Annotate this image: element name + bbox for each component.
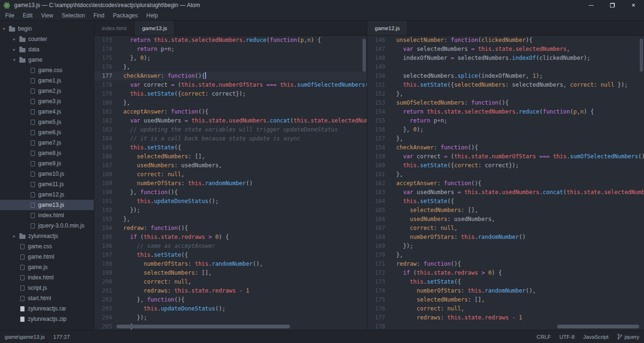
tree-file-jquery-3-0-0-min-js[interactable]: jquery-3.0.0.min.js — [0, 220, 94, 231]
menu-help[interactable]: Help — [142, 10, 162, 21]
code-line-196[interactable]: 196 // same as acceptAnswer — [94, 242, 367, 251]
menu-selection[interactable]: Selection — [58, 10, 89, 21]
code-line-158[interactable]: 158 checkAnswer: function(){ — [367, 143, 644, 152]
code-line-195[interactable]: 195 if (this.state.redraws > 0) { — [94, 233, 367, 242]
h-scrollbar-left[interactable] — [116, 325, 365, 329]
code-line-172[interactable]: 172 if (this.state.redraws > 0) { — [367, 269, 644, 278]
tree-file-game2-js[interactable]: game2.js — [0, 86, 94, 96]
code-line-188[interactable]: 188 correct: null, — [94, 170, 367, 179]
code-line-186[interactable]: 186 selectedNumbers: [], — [94, 152, 367, 161]
code-line-160[interactable]: 160 this.setState({correct: correct}); — [367, 161, 644, 170]
restore-button[interactable] — [602, 0, 623, 10]
code-line-169[interactable]: 169 }); — [367, 242, 644, 251]
code-line-164[interactable]: 164 this.setState({ — [367, 197, 644, 206]
menu-view[interactable]: View — [37, 10, 58, 21]
tree-file-script-js[interactable]: script.js — [0, 283, 94, 293]
tree-file-game5-js[interactable]: game5.js — [0, 117, 94, 127]
v-scroll-thumb-right[interactable] — [640, 39, 643, 72]
code-line-203[interactable]: 203 this.updateDoneStatus(); — [94, 304, 367, 313]
tree-file-game12-js[interactable]: game12.js — [0, 189, 94, 200]
tree-root-begin[interactable]: ▾begin — [0, 24, 94, 34]
code-line-166[interactable]: 166 usedNumbers: usedNumbers, — [367, 215, 644, 224]
code-line-175[interactable]: 175 }, 0); — [94, 54, 367, 63]
code-line-163[interactable]: 163 var usedNumbers = this.state.usedNum… — [367, 188, 644, 197]
close-button[interactable]: × — [623, 0, 644, 10]
code-line-190[interactable]: 190 }, function(){ — [94, 188, 367, 197]
tree-file-game6-js[interactable]: game6.js — [0, 127, 94, 138]
code-line-151[interactable]: 151 this.setState({selectedNumbers: sele… — [367, 81, 644, 90]
tree-file-game-js[interactable]: game.js — [0, 262, 94, 272]
tree-file-game-css[interactable]: game.css — [0, 241, 94, 252]
code-line-154[interactable]: 154 return this.state.selectedNumbers.re… — [367, 107, 644, 116]
code-line-149[interactable]: 149 — [367, 63, 644, 72]
code-line-159[interactable]: 159 var correct = (this.state.numberOfSt… — [367, 152, 644, 161]
tree-file-game4-js[interactable]: game4.js — [0, 106, 94, 117]
tree-file-game8-js[interactable]: game8.js — [0, 148, 94, 158]
code-line-156[interactable]: 156 }, 0); — [367, 125, 644, 134]
code-line-168[interactable]: 168 numberOfStars: this.randomNumber() — [367, 233, 644, 242]
code-line-176[interactable]: 176 correct: null, — [367, 304, 644, 313]
tree-file-game7-js[interactable]: game7.js — [0, 138, 94, 148]
code-line-193[interactable]: 193 }, — [94, 215, 367, 224]
code-line-184[interactable]: 184 // it is a call back because state u… — [94, 134, 367, 143]
code-line-162[interactable]: 162 acceptAnswer: function(){ — [367, 179, 644, 188]
tree-file-game-css[interactable]: game.css — [0, 65, 94, 75]
code-line-175[interactable]: 175 selectedNumbers: [], — [367, 295, 644, 304]
tab-index-html[interactable]: index.html — [94, 21, 134, 35]
code-line-183[interactable]: 183 // updating the state variables will… — [94, 125, 367, 134]
code-line-194[interactable]: 194 redraw: function(){ — [94, 224, 367, 233]
code-line-199[interactable]: 199 selectedNumbers: [], — [94, 269, 367, 278]
code-line-146[interactable]: 146 unselectNumber: function(clickedNumb… — [367, 36, 644, 45]
tree-folder-game[interactable]: ▾game — [0, 55, 94, 65]
menu-file[interactable]: File — [1, 10, 18, 21]
menu-edit[interactable]: Edit — [18, 10, 37, 21]
tree-file-index-html[interactable]: index.html — [0, 272, 94, 283]
code-line-152[interactable]: 152 }, — [367, 90, 644, 98]
tree-file-game10-js[interactable]: game10.js — [0, 169, 94, 179]
code-line-179[interactable]: 179 this.setState({correct: correct}); — [94, 90, 367, 98]
code-line-173[interactable]: 173 this.setState({ — [367, 278, 644, 286]
code-line-177[interactable]: 177 redraws: this.state.redraws - 1 — [367, 313, 644, 322]
editor-right[interactable]: 146 unselectNumber: function(clickedNumb… — [367, 36, 644, 330]
status-encoding[interactable]: UTF-8 — [559, 334, 575, 340]
tab-game12-js[interactable]: game12.js — [367, 21, 408, 35]
code-line-147[interactable]: 147 var selectedNumbers = this.state.sel… — [367, 45, 644, 54]
tree-file-start-html[interactable]: start.html — [0, 293, 94, 303]
code-line-165[interactable]: 165 selectedNumbers: [], — [367, 206, 644, 215]
code-line-155[interactable]: 155 return p+n; — [367, 116, 644, 125]
code-line-187[interactable]: 187 usedNumbers: usedNumbers, — [94, 161, 367, 170]
tree-file-game13-js[interactable]: game13.js — [0, 200, 94, 210]
h-scrollbar-right[interactable] — [389, 325, 642, 329]
code-line-174[interactable]: 174 numberOfStars: this.randomNumber(), — [367, 286, 644, 295]
menu-find[interactable]: Find — [89, 10, 108, 21]
code-line-170[interactable]: 170 }, — [367, 251, 644, 260]
tree-folder-zylunreactjs[interactable]: ▸zylunreactjs — [0, 231, 94, 241]
status-git-branch[interactable]: jquery — [617, 334, 639, 340]
code-line-182[interactable]: 182 var usedNumbers = this.state.usedNum… — [94, 116, 367, 125]
code-line-167[interactable]: 167 correct: null, — [367, 224, 644, 233]
code-line-189[interactable]: 189 numberOfStars: this.randomNumber() — [94, 179, 367, 188]
tree-file-game3-js[interactable]: game3.js — [0, 96, 94, 106]
v-scroll-thumb-left[interactable] — [363, 39, 366, 72]
tree-file-game9-js[interactable]: game9.js — [0, 158, 94, 169]
code-line-157[interactable]: 157 }, — [367, 134, 644, 143]
editor-left[interactable]: 173 return this.state.selectedNumbers.re… — [94, 36, 367, 330]
tree-file-game11-js[interactable]: game11.js — [0, 179, 94, 189]
code-line-201[interactable]: 201 redraws: this.state.redraws - 1 — [94, 286, 367, 295]
code-line-192[interactable]: 192 }); — [94, 206, 367, 215]
minimize-button[interactable] — [580, 0, 602, 10]
status-line-ending[interactable]: CRLF — [537, 334, 551, 340]
tree-folder-data[interactable]: ▸data — [0, 44, 94, 55]
code-line-171[interactable]: 171 redraw: function(){ — [367, 260, 644, 269]
code-line-204[interactable]: 204 }); — [94, 313, 367, 322]
code-line-176[interactable]: 176 }, — [94, 63, 367, 72]
status-cursor-position[interactable]: 177:27 — [53, 334, 70, 340]
code-line-153[interactable]: 153 sumOfSelectedNumbers: function(){ — [367, 98, 644, 107]
code-line-174[interactable]: 174 return p+n; — [94, 45, 367, 54]
code-line-161[interactable]: 161 }, — [367, 170, 644, 179]
tree-file-zylunreactjs-rar[interactable]: zylunreactjs.rar — [0, 303, 94, 314]
code-line-200[interactable]: 200 correct: null, — [94, 278, 367, 286]
code-line-177[interactable]: 177 checkAnswer: function(){ — [94, 72, 367, 81]
code-line-202[interactable]: 202 }, function(){ — [94, 295, 367, 304]
code-line-185[interactable]: 185 this.setState({ — [94, 143, 367, 152]
